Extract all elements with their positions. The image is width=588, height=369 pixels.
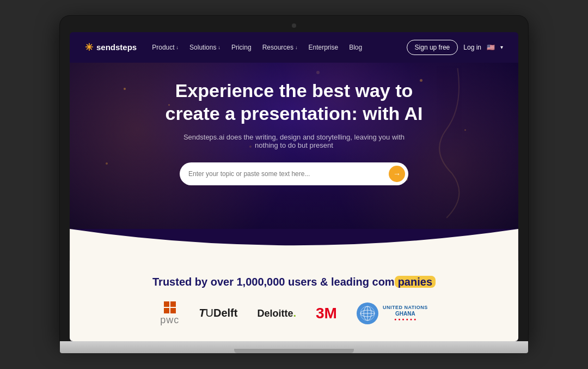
- nav-solutions[interactable]: Solutions ↓: [189, 44, 220, 51]
- pwc-logo: pwc: [160, 301, 179, 325]
- arrow-right-icon: →: [393, 170, 401, 178]
- nav-links: Product ↓ Solutions ↓ Pricing Resources: [152, 44, 406, 51]
- laptop-frame: ✳ sendsteps Product ↓ Solutions ↓: [60, 16, 528, 353]
- trusted-title-text: Trusted by over 1,000,000 users & leadin…: [152, 276, 395, 288]
- hero-input-container: →: [180, 162, 408, 185]
- deloitte-dot: .: [293, 307, 296, 319]
- un-top-text: UNITED NATIONS: [383, 305, 428, 311]
- nav-product[interactable]: Product ↓: [152, 44, 179, 51]
- wave-container: [70, 229, 518, 262]
- chevron-down-icon: ↓: [295, 45, 298, 50]
- wave-svg: [70, 229, 518, 262]
- logos-row: pwc TUDelft Deloitte. 3M: [81, 301, 507, 325]
- logo[interactable]: ✳ sendsteps: [85, 41, 137, 53]
- 3m-text: 3M: [316, 305, 337, 322]
- nav-enterprise[interactable]: Enterprise: [308, 44, 338, 51]
- language-dropdown-icon[interactable]: ▾: [500, 44, 503, 50]
- un-logo: UNITED NATIONS GHANA ● ● ● ● ● ●: [357, 303, 428, 324]
- un-globe-icon: [360, 306, 375, 321]
- chevron-down-icon: ↓: [218, 45, 220, 50]
- 3m-logo: 3M: [316, 305, 337, 322]
- signup-button[interactable]: Sign up free: [407, 40, 458, 55]
- hero-title: Experience the best way tocreate a prese…: [136, 79, 452, 125]
- un-bot-text: ● ● ● ● ● ●: [383, 317, 428, 322]
- hero-section: Experience the best way tocreate a prese…: [70, 63, 518, 229]
- website: ✳ sendsteps Product ↓ Solutions ↓: [70, 32, 518, 341]
- pwc-sq1: [164, 301, 169, 307]
- pwc-sq4: [170, 308, 176, 313]
- nav-resources[interactable]: Resources ↓: [262, 44, 298, 51]
- login-button[interactable]: Log in: [463, 44, 481, 51]
- tu-text: T: [199, 307, 205, 319]
- chevron-down-icon: ↓: [176, 45, 179, 50]
- trusted-title-highlight: panies: [395, 276, 436, 288]
- pwc-sq3: [164, 308, 169, 313]
- topic-input[interactable]: [188, 170, 389, 178]
- generate-button[interactable]: →: [389, 166, 405, 182]
- deloitte-text: Deloitte: [257, 308, 293, 319]
- pwc-sq2: [170, 301, 176, 307]
- un-mid-text: GHANA: [383, 311, 428, 317]
- trusted-section: Trusted by over 1,000,000 users & leadin…: [70, 261, 518, 341]
- nav-blog[interactable]: Blog: [349, 44, 362, 51]
- language-flag[interactable]: 🇺🇸: [487, 44, 495, 51]
- nav-pricing[interactable]: Pricing: [231, 44, 252, 51]
- screen: ✳ sendsteps Product ↓ Solutions ↓: [70, 32, 518, 341]
- tudelft-logo: TUDelft: [199, 307, 237, 319]
- camera: [292, 23, 296, 28]
- navigation: ✳ sendsteps Product ↓ Solutions ↓: [70, 32, 518, 63]
- pwc-squares: [164, 301, 176, 313]
- laptop-base: [60, 341, 528, 353]
- u-text: U: [206, 307, 213, 319]
- un-emblem: [357, 303, 378, 324]
- trusted-title: Trusted by over 1,000,000 users & leadin…: [81, 276, 507, 288]
- un-text-block: UNITED NATIONS GHANA ● ● ● ● ● ●: [383, 305, 428, 322]
- delft-text: Delft: [213, 307, 237, 319]
- deloitte-logo: Deloitte.: [257, 307, 296, 319]
- screen-bezel: ✳ sendsteps Product ↓ Solutions ↓: [60, 16, 528, 341]
- logo-icon: ✳: [85, 41, 93, 53]
- pwc-text: pwc: [160, 315, 179, 325]
- logo-text: sendsteps: [96, 43, 137, 52]
- hero-subtitle: Sendsteps.ai does the writing, design an…: [174, 133, 414, 149]
- nav-actions: Sign up free Log in 🇺🇸 ▾: [407, 40, 503, 55]
